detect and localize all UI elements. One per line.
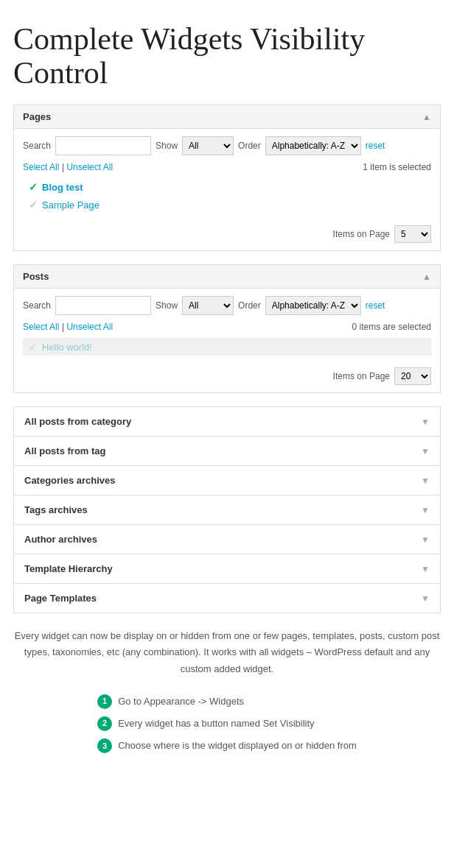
accordion-item-page-templates: Page Templates ▼ bbox=[13, 583, 441, 613]
chevron-down-icon: ▼ bbox=[421, 505, 430, 515]
posts-reset-button[interactable]: reset bbox=[366, 300, 385, 311]
accordion-title: All posts from category bbox=[24, 416, 131, 427]
accordion-item-categories-archives: Categories archives ▼ bbox=[13, 465, 441, 495]
posts-panel: Posts ▲ Search Show All Order Alphabetic… bbox=[13, 264, 441, 393]
accordion-item-all-posts-tag: All posts from tag ▼ bbox=[13, 436, 441, 465]
pages-items-page-row: Items on Page 5 10 20 bbox=[23, 221, 431, 243]
list-item: ✓ Hello world! bbox=[23, 338, 431, 356]
pages-panel: Pages ▲ Search Show All Order Alphabetic… bbox=[13, 105, 441, 251]
pages-panel-arrow: ▲ bbox=[422, 112, 431, 122]
accordion-title: Author archives bbox=[24, 534, 97, 545]
posts-items-page-select[interactable]: 20 5 10 bbox=[394, 367, 431, 385]
pages-search-input[interactable] bbox=[55, 136, 151, 155]
step-number-3: 3 bbox=[97, 738, 112, 753]
pages-order-label: Order bbox=[238, 141, 261, 151]
posts-search-row: Search Show All Order Alphabetically: A-… bbox=[23, 296, 431, 315]
posts-panel-title: Posts bbox=[23, 271, 49, 282]
pages-select-all-link[interactable]: Select All bbox=[23, 162, 59, 172]
pages-panel-body: Search Show All Order Alphabetically: A-… bbox=[14, 129, 440, 250]
pages-search-row: Search Show All Order Alphabetically: A-… bbox=[23, 136, 431, 155]
step-item-1: 1 Go to Appearance -> Widgets bbox=[97, 694, 357, 710]
post-item-hello-world[interactable]: Hello world! bbox=[42, 342, 92, 353]
step-text-2: Every widget has a button named Set Visi… bbox=[118, 716, 314, 732]
accordion-header-author-archives[interactable]: Author archives ▼ bbox=[14, 525, 440, 554]
posts-show-label: Show bbox=[156, 300, 178, 311]
check-icon-light: ✓ bbox=[29, 199, 38, 211]
pages-items-selected: 1 item is selected bbox=[363, 162, 431, 172]
accordion-title: Page Templates bbox=[24, 593, 97, 604]
pages-show-select[interactable]: All bbox=[182, 136, 234, 155]
step-number-1: 1 bbox=[97, 694, 112, 709]
accordion-item-author-archives: Author archives ▼ bbox=[13, 524, 441, 554]
accordion-header-tags-archives[interactable]: Tags archives ▼ bbox=[14, 495, 440, 524]
posts-panel-body: Search Show All Order Alphabetically: A-… bbox=[14, 289, 440, 392]
chevron-down-icon: ▼ bbox=[421, 417, 430, 427]
step-item-3: 3 Choose where is the widget displayed o… bbox=[97, 738, 357, 754]
posts-show-select[interactable]: All bbox=[182, 296, 234, 315]
accordion-header-template-hierarchy[interactable]: Template Hierarchy ▼ bbox=[14, 554, 440, 583]
chevron-down-icon: ▼ bbox=[421, 564, 430, 574]
chevron-down-icon: ▼ bbox=[421, 446, 430, 456]
page-title: Complete Widgets Visibility Control bbox=[0, 0, 454, 105]
page-item-blog-test[interactable]: Blog test bbox=[42, 182, 83, 193]
posts-order-select[interactable]: Alphabetically: A-Z bbox=[265, 296, 361, 315]
check-icon-light: ✓ bbox=[29, 341, 38, 353]
accordion-item-tags-archives: Tags archives ▼ bbox=[13, 495, 441, 524]
pages-select-row: Select All | Unselect All 1 item is sele… bbox=[23, 161, 431, 172]
pages-order-select[interactable]: Alphabetically: A-Z bbox=[265, 136, 361, 155]
list-item: ✓ Blog test bbox=[23, 178, 431, 196]
description-text: Every widget can now be display on or hi… bbox=[13, 628, 441, 677]
accordion-item-template-hierarchy: Template Hierarchy ▼ bbox=[13, 554, 441, 583]
step-text-1: Go to Appearance -> Widgets bbox=[118, 694, 244, 710]
pages-items-page-select[interactable]: 5 10 20 bbox=[394, 225, 431, 243]
pages-show-label: Show bbox=[156, 141, 178, 151]
pages-panel-title: Pages bbox=[23, 111, 51, 122]
posts-items-page-row: Items on Page 20 5 10 bbox=[23, 363, 431, 385]
posts-order-label: Order bbox=[238, 300, 261, 311]
posts-items-page-label: Items on Page bbox=[333, 371, 390, 381]
accordion-header-all-posts-category[interactable]: All posts from category ▼ bbox=[14, 407, 440, 436]
posts-search-input[interactable] bbox=[55, 296, 151, 315]
pages-select-links: Select All | Unselect All bbox=[23, 161, 113, 172]
accordion-item-all-posts-category: All posts from category ▼ bbox=[13, 406, 441, 436]
step-number-2: 2 bbox=[97, 716, 112, 731]
posts-select-links: Select All | Unselect All bbox=[23, 321, 113, 332]
step-text-3: Choose where is the widget displayed on … bbox=[118, 738, 357, 754]
accordion-title: Tags archives bbox=[24, 504, 88, 515]
chevron-down-icon: ▼ bbox=[421, 593, 430, 604]
posts-panel-arrow: ▲ bbox=[422, 272, 431, 282]
posts-search-label: Search bbox=[23, 300, 51, 311]
list-item: ✓ Sample Page bbox=[23, 196, 431, 214]
posts-unselect-all-link[interactable]: Unselect All bbox=[66, 322, 113, 332]
accordion-header-page-templates[interactable]: Page Templates ▼ bbox=[14, 584, 440, 613]
steps-list: 1 Go to Appearance -> Widgets 2 Every wi… bbox=[97, 694, 357, 760]
pages-reset-button[interactable]: reset bbox=[366, 141, 385, 151]
page-item-sample-page[interactable]: Sample Page bbox=[42, 200, 99, 211]
posts-items-selected: 0 items are selected bbox=[352, 322, 431, 332]
pages-items-page-label: Items on Page bbox=[333, 229, 390, 239]
check-icon: ✓ bbox=[29, 181, 38, 193]
chevron-down-icon: ▼ bbox=[421, 476, 430, 486]
step-item-2: 2 Every widget has a button named Set Vi… bbox=[97, 716, 357, 732]
pages-search-label: Search bbox=[23, 141, 51, 151]
pages-panel-header[interactable]: Pages ▲ bbox=[14, 105, 440, 129]
description-section: Every widget can now be display on or hi… bbox=[13, 628, 441, 760]
accordion-header-categories-archives[interactable]: Categories archives ▼ bbox=[14, 466, 440, 495]
accordion-title: Template Hierarchy bbox=[24, 563, 113, 574]
chevron-down-icon: ▼ bbox=[421, 534, 430, 545]
posts-panel-header[interactable]: Posts ▲ bbox=[14, 265, 440, 289]
accordion-title: Categories archives bbox=[24, 475, 116, 486]
pages-unselect-all-link[interactable]: Unselect All bbox=[66, 162, 113, 172]
accordion-header-all-posts-tag[interactable]: All posts from tag ▼ bbox=[14, 437, 440, 465]
posts-select-all-link[interactable]: Select All bbox=[23, 322, 59, 332]
accordion-title: All posts from tag bbox=[24, 445, 106, 456]
posts-select-row: Select All | Unselect All 0 items are se… bbox=[23, 321, 431, 332]
